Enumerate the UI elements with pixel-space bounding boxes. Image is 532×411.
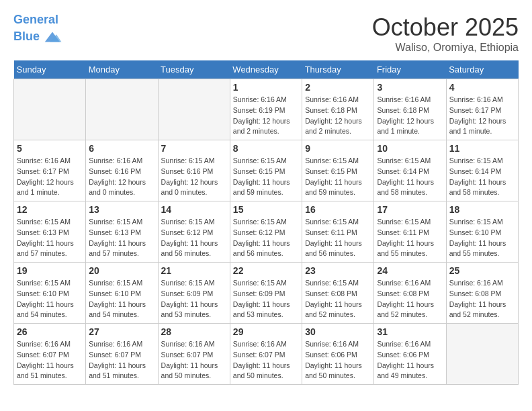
day-info: Sunrise: 6:15 AMSunset: 6:12 PMDaylight:…: [161, 217, 227, 259]
day-number: 11: [449, 143, 515, 154]
calendar-cell: 28Sunrise: 6:16 AMSunset: 6:07 PMDayligh…: [158, 324, 230, 385]
calendar-cell: 20Sunrise: 6:15 AMSunset: 6:10 PMDayligh…: [86, 263, 158, 324]
calendar-cell: 27Sunrise: 6:16 AMSunset: 6:07 PMDayligh…: [86, 324, 158, 385]
day-number: 5: [17, 143, 83, 154]
day-number: 16: [305, 204, 371, 215]
day-number: 25: [449, 265, 515, 276]
day-info: Sunrise: 6:15 AMSunset: 6:09 PMDaylight:…: [161, 278, 227, 320]
day-info: Sunrise: 6:15 AMSunset: 6:13 PMDaylight:…: [89, 217, 154, 259]
day-number: 26: [17, 326, 83, 337]
day-info: Sunrise: 6:16 AMSunset: 6:06 PMDaylight:…: [377, 339, 443, 381]
day-info: Sunrise: 6:16 AMSunset: 6:17 PMDaylight:…: [17, 156, 83, 198]
calendar-cell: 12Sunrise: 6:15 AMSunset: 6:13 PMDayligh…: [14, 201, 86, 263]
day-info: Sunrise: 6:16 AMSunset: 6:07 PMDaylight:…: [233, 339, 299, 381]
calendar-cell: [14, 79, 86, 140]
day-number: 10: [377, 143, 443, 154]
day-number: 18: [449, 204, 515, 215]
day-number: 20: [89, 265, 154, 276]
day-number: 8: [233, 143, 299, 154]
day-number: 29: [233, 326, 299, 337]
day-info: Sunrise: 6:16 AMSunset: 6:19 PMDaylight:…: [233, 95, 299, 137]
day-number: 17: [377, 204, 443, 215]
day-of-week-header: Saturday: [446, 60, 518, 79]
calendar-cell: 1Sunrise: 6:16 AMSunset: 6:19 PMDaylight…: [230, 79, 302, 140]
day-info: Sunrise: 6:15 AMSunset: 6:10 PMDaylight:…: [89, 278, 154, 320]
day-info: Sunrise: 6:15 AMSunset: 6:12 PMDaylight:…: [233, 217, 299, 259]
calendar-cell: 22Sunrise: 6:15 AMSunset: 6:09 PMDayligh…: [230, 263, 302, 324]
calendar-table: SundayMondayTuesdayWednesdayThursdayFrid…: [13, 60, 519, 385]
day-info: Sunrise: 6:15 AMSunset: 6:09 PMDaylight:…: [233, 278, 299, 320]
calendar-cell: 13Sunrise: 6:15 AMSunset: 6:13 PMDayligh…: [86, 201, 158, 263]
day-info: Sunrise: 6:15 AMSunset: 6:10 PMDaylight:…: [17, 278, 83, 320]
day-number: 13: [89, 204, 154, 215]
day-info: Sunrise: 6:16 AMSunset: 6:17 PMDaylight:…: [449, 95, 515, 137]
day-info: Sunrise: 6:15 AMSunset: 6:15 PMDaylight:…: [233, 156, 299, 198]
calendar-cell: 3Sunrise: 6:16 AMSunset: 6:18 PMDaylight…: [374, 79, 446, 140]
day-info: Sunrise: 6:16 AMSunset: 6:16 PMDaylight:…: [89, 156, 154, 198]
day-number: 2: [305, 82, 371, 93]
day-number: 15: [233, 204, 299, 215]
day-number: 24: [377, 265, 443, 276]
day-number: 19: [17, 265, 83, 276]
calendar-cell: 30Sunrise: 6:16 AMSunset: 6:06 PMDayligh…: [302, 324, 374, 385]
day-number: 12: [17, 204, 83, 215]
day-info: Sunrise: 6:15 AMSunset: 6:13 PMDaylight:…: [17, 217, 83, 259]
logo-text: General: [13, 13, 62, 27]
day-number: 30: [305, 326, 371, 337]
calendar-cell: 25Sunrise: 6:16 AMSunset: 6:08 PMDayligh…: [446, 263, 518, 324]
day-of-week-header: Wednesday: [230, 60, 302, 79]
day-info: Sunrise: 6:16 AMSunset: 6:07 PMDaylight:…: [89, 339, 154, 381]
day-number: 14: [161, 204, 227, 215]
calendar-cell: 2Sunrise: 6:16 AMSunset: 6:18 PMDaylight…: [302, 79, 374, 140]
calendar-cell: 7Sunrise: 6:15 AMSunset: 6:16 PMDaylight…: [158, 140, 230, 201]
calendar-cell: 16Sunrise: 6:15 AMSunset: 6:11 PMDayligh…: [302, 201, 374, 263]
calendar-cell: [446, 324, 518, 385]
calendar-cell: 19Sunrise: 6:15 AMSunset: 6:10 PMDayligh…: [14, 263, 86, 324]
day-info: Sunrise: 6:16 AMSunset: 6:07 PMDaylight:…: [161, 339, 227, 381]
day-info: Sunrise: 6:15 AMSunset: 6:15 PMDaylight:…: [305, 156, 371, 198]
calendar-cell: 15Sunrise: 6:15 AMSunset: 6:12 PMDayligh…: [230, 201, 302, 263]
day-info: Sunrise: 6:16 AMSunset: 6:08 PMDaylight:…: [377, 278, 443, 320]
day-info: Sunrise: 6:15 AMSunset: 6:11 PMDaylight:…: [377, 217, 443, 259]
day-of-week-header: Sunday: [14, 60, 86, 79]
day-number: 23: [305, 265, 371, 276]
day-info: Sunrise: 6:15 AMSunset: 6:08 PMDaylight:…: [305, 278, 371, 320]
day-info: Sunrise: 6:15 AMSunset: 6:10 PMDaylight:…: [449, 217, 515, 259]
calendar-cell: 29Sunrise: 6:16 AMSunset: 6:07 PMDayligh…: [230, 324, 302, 385]
calendar-cell: 18Sunrise: 6:15 AMSunset: 6:10 PMDayligh…: [446, 201, 518, 263]
logo-text2: Blue: [13, 27, 62, 47]
day-of-week-header: Tuesday: [158, 60, 230, 79]
title-block: October 2025 Waliso, Oromiya, Ethiopia: [372, 13, 519, 54]
day-info: Sunrise: 6:15 AMSunset: 6:16 PMDaylight:…: [161, 156, 227, 198]
calendar-cell: [158, 79, 230, 140]
location-subtitle: Waliso, Oromiya, Ethiopia: [372, 42, 519, 54]
day-of-week-header: Monday: [86, 60, 158, 79]
day-number: 7: [161, 143, 227, 154]
calendar-cell: 24Sunrise: 6:16 AMSunset: 6:08 PMDayligh…: [374, 263, 446, 324]
calendar-cell: 14Sunrise: 6:15 AMSunset: 6:12 PMDayligh…: [158, 201, 230, 263]
calendar-cell: 10Sunrise: 6:15 AMSunset: 6:14 PMDayligh…: [374, 140, 446, 201]
day-number: 27: [89, 326, 154, 337]
calendar-cell: 17Sunrise: 6:15 AMSunset: 6:11 PMDayligh…: [374, 201, 446, 263]
day-number: 31: [377, 326, 443, 337]
calendar-cell: 31Sunrise: 6:16 AMSunset: 6:06 PMDayligh…: [374, 324, 446, 385]
calendar-cell: 4Sunrise: 6:16 AMSunset: 6:17 PMDaylight…: [446, 79, 518, 140]
calendar-cell: 9Sunrise: 6:15 AMSunset: 6:15 PMDaylight…: [302, 140, 374, 201]
day-of-week-header: Thursday: [302, 60, 374, 79]
day-number: 1: [233, 82, 299, 93]
day-number: 22: [233, 265, 299, 276]
day-number: 28: [161, 326, 227, 337]
calendar-cell: [86, 79, 158, 140]
calendar-cell: 11Sunrise: 6:15 AMSunset: 6:14 PMDayligh…: [446, 140, 518, 201]
day-info: Sunrise: 6:16 AMSunset: 6:07 PMDaylight:…: [17, 339, 83, 381]
day-info: Sunrise: 6:15 AMSunset: 6:11 PMDaylight:…: [305, 217, 371, 259]
day-number: 21: [161, 265, 227, 276]
calendar-cell: 6Sunrise: 6:16 AMSunset: 6:16 PMDaylight…: [86, 140, 158, 201]
calendar-cell: 8Sunrise: 6:15 AMSunset: 6:15 PMDaylight…: [230, 140, 302, 201]
day-of-week-header: Friday: [374, 60, 446, 79]
day-number: 6: [89, 143, 154, 154]
day-info: Sunrise: 6:16 AMSunset: 6:08 PMDaylight:…: [449, 278, 515, 320]
calendar-cell: 23Sunrise: 6:15 AMSunset: 6:08 PMDayligh…: [302, 263, 374, 324]
day-info: Sunrise: 6:15 AMSunset: 6:14 PMDaylight:…: [449, 156, 515, 198]
day-info: Sunrise: 6:16 AMSunset: 6:18 PMDaylight:…: [377, 95, 443, 137]
